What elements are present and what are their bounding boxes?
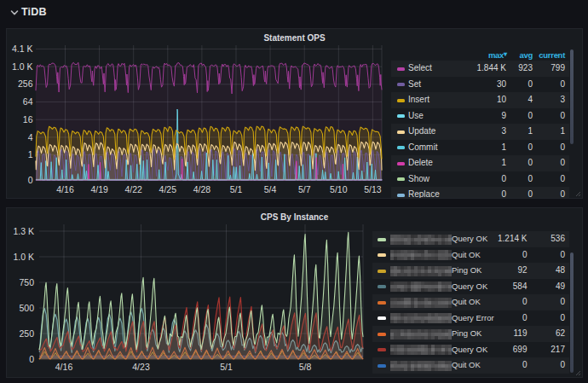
svg-text:64: 64 [23,96,33,107]
svg-text:4/22: 4/22 [124,184,142,194]
svg-text:250: 250 [19,328,34,339]
svg-text:5/7: 5/7 [298,184,311,194]
svg-text:5/1: 5/1 [230,184,243,194]
svg-text:5/8: 5/8 [299,362,312,372]
svg-text:4/19: 4/19 [90,184,108,194]
svg-text:5/13: 5/13 [364,184,382,194]
svg-text:5/10: 5/10 [330,184,348,194]
svg-text:256: 256 [18,78,33,89]
svg-text:5/4: 5/4 [264,184,277,194]
svg-text:4/28: 4/28 [193,184,211,194]
svg-text:500: 500 [19,303,34,313]
svg-text:16: 16 [23,114,33,125]
svg-text:0: 0 [28,175,33,185]
svg-text:4: 4 [28,132,33,142]
svg-text:4/16: 4/16 [55,362,73,372]
svg-text:1.0 K: 1.0 K [13,252,34,262]
svg-text:0: 0 [29,354,34,364]
svg-text:1: 1 [28,149,33,160]
svg-text:1.3 K: 1.3 K [13,226,34,236]
svg-text:750: 750 [19,277,34,287]
svg-text:4/23: 4/23 [132,362,150,372]
svg-text:5/1: 5/1 [220,362,233,372]
svg-text:4/16: 4/16 [56,184,74,194]
svg-text:4.1 K: 4.1 K [12,44,33,54]
svg-text:1.0 K: 1.0 K [12,61,33,72]
svg-text:4/25: 4/25 [159,184,177,194]
